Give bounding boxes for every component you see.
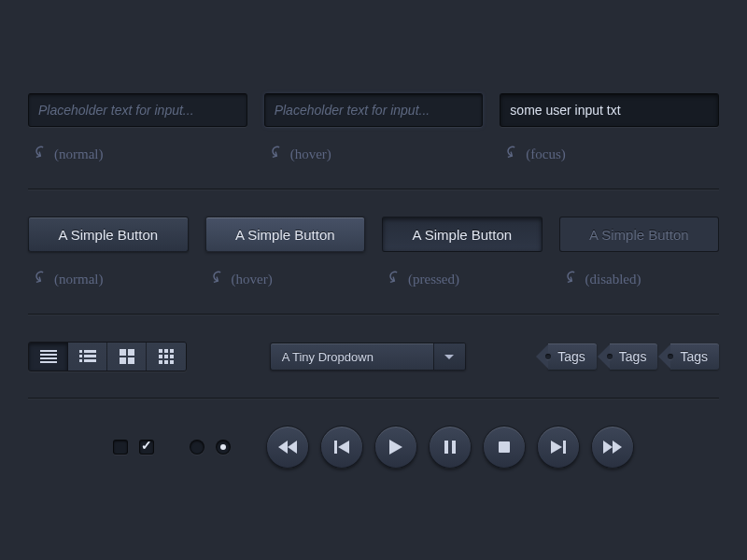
button-state-label-disabled: ↶ (disabled) [559, 263, 720, 289]
state-text: (normal) [54, 272, 103, 287]
svg-rect-0 [40, 350, 57, 352]
view-grid-small-button[interactable] [147, 343, 186, 371]
button-state-label-pressed: ↶ (pressed) [382, 263, 543, 289]
lines-icon [40, 350, 57, 363]
pause-icon [444, 441, 456, 454]
tags-group: Tags Tags Tags [548, 343, 719, 370]
state-text: (hover) [290, 147, 331, 162]
radio-group [190, 440, 231, 455]
svg-rect-1 [40, 354, 57, 356]
button-state-label-normal: ↶ (normal) [28, 263, 189, 289]
svg-rect-28 [444, 441, 448, 454]
checkbox-checked[interactable] [139, 440, 154, 455]
svg-rect-30 [499, 441, 510, 453]
dropdown-label: A Tiny Dropdown [271, 343, 433, 370]
svg-marker-26 [338, 441, 349, 454]
svg-marker-23 [278, 441, 288, 454]
previous-button[interactable] [320, 426, 363, 469]
svg-rect-3 [40, 361, 57, 363]
tiny-dropdown[interactable]: A Tiny Dropdown [270, 343, 466, 371]
svg-rect-7 [84, 355, 96, 357]
pause-button[interactable] [429, 426, 472, 469]
svg-marker-33 [603, 441, 613, 454]
view-list-detailed-button[interactable] [68, 343, 107, 371]
svg-rect-8 [79, 359, 82, 362]
tag-chip[interactable]: Tags [548, 343, 597, 370]
svg-rect-11 [128, 349, 134, 356]
svg-rect-2 [40, 357, 57, 359]
arrow-icon: ↶ [264, 142, 289, 164]
grid-large-icon [120, 349, 134, 364]
view-grid-large-button[interactable] [107, 343, 147, 371]
section-divider [28, 314, 719, 315]
next-button[interactable] [537, 426, 580, 469]
text-input-normal[interactable] [28, 93, 247, 127]
play-button[interactable] [374, 426, 417, 469]
simple-button-hover[interactable]: A Simple Button [205, 217, 366, 252]
svg-rect-9 [84, 359, 96, 362]
svg-rect-4 [79, 350, 82, 353]
section-divider [28, 398, 719, 399]
state-text: (hover) [232, 272, 273, 287]
svg-rect-18 [164, 355, 168, 358]
svg-rect-13 [128, 357, 134, 364]
input-state-label-normal: ↶ (normal) [28, 138, 247, 164]
svg-rect-19 [170, 355, 174, 358]
text-input-hover[interactable] [264, 93, 484, 127]
view-list-lines-button[interactable] [29, 343, 68, 371]
tag-chip[interactable]: Tags [670, 343, 719, 370]
state-text: (normal) [54, 147, 103, 162]
stop-button[interactable] [483, 426, 526, 469]
arrow-icon: ↶ [559, 267, 585, 289]
skip-back-icon [334, 441, 349, 454]
input-state-label-focus: ↶ (focus) [500, 138, 719, 164]
state-text: (focus) [526, 147, 565, 162]
state-text: (disabled) [585, 272, 641, 287]
radio-unselected[interactable] [190, 440, 204, 455]
button-state-label-hover: ↶ (hover) [205, 263, 366, 289]
skip-forward-icon [551, 441, 566, 454]
simple-button-pressed[interactable]: A Simple Button [382, 217, 543, 252]
svg-rect-10 [120, 349, 126, 356]
chevron-down-icon [433, 343, 465, 370]
rewind-icon [278, 441, 297, 454]
svg-rect-5 [84, 350, 96, 353]
checkbox-group [113, 440, 154, 455]
grid-small-icon [159, 349, 174, 364]
arrow-icon: ↶ [28, 267, 53, 289]
svg-rect-21 [164, 360, 168, 364]
svg-rect-22 [170, 360, 174, 364]
simple-button-normal[interactable]: A Simple Button [28, 217, 189, 252]
svg-rect-20 [159, 360, 162, 364]
tag-chip[interactable]: Tags [610, 343, 658, 370]
svg-rect-32 [563, 441, 566, 454]
radio-selected[interactable] [216, 440, 231, 455]
svg-rect-29 [452, 441, 456, 454]
arrow-icon: ↶ [205, 267, 231, 289]
input-state-label-hover: ↶ (hover) [264, 138, 484, 164]
simple-button-disabled: A Simple Button [559, 217, 720, 252]
media-player-controls [266, 426, 634, 469]
svg-rect-6 [79, 355, 82, 357]
svg-rect-25 [334, 441, 337, 454]
rewind-button[interactable] [266, 426, 309, 469]
svg-rect-12 [120, 357, 126, 364]
play-icon [389, 440, 402, 455]
svg-rect-17 [159, 355, 162, 358]
section-divider [28, 189, 719, 190]
text-input-focus[interactable] [500, 93, 719, 127]
list-icon [79, 350, 96, 363]
svg-marker-34 [613, 441, 622, 454]
svg-rect-15 [164, 349, 168, 353]
arrow-icon: ↶ [28, 142, 53, 164]
stop-icon [499, 441, 510, 453]
fast-forward-icon [603, 441, 622, 454]
svg-rect-14 [159, 349, 162, 353]
fast-forward-button[interactable] [591, 426, 634, 469]
state-text: (pressed) [408, 272, 459, 287]
checkbox-unchecked[interactable] [113, 440, 128, 455]
svg-rect-16 [170, 349, 174, 353]
svg-marker-31 [551, 441, 562, 454]
view-segment-group [28, 342, 187, 371]
arrow-icon: ↶ [382, 267, 407, 289]
